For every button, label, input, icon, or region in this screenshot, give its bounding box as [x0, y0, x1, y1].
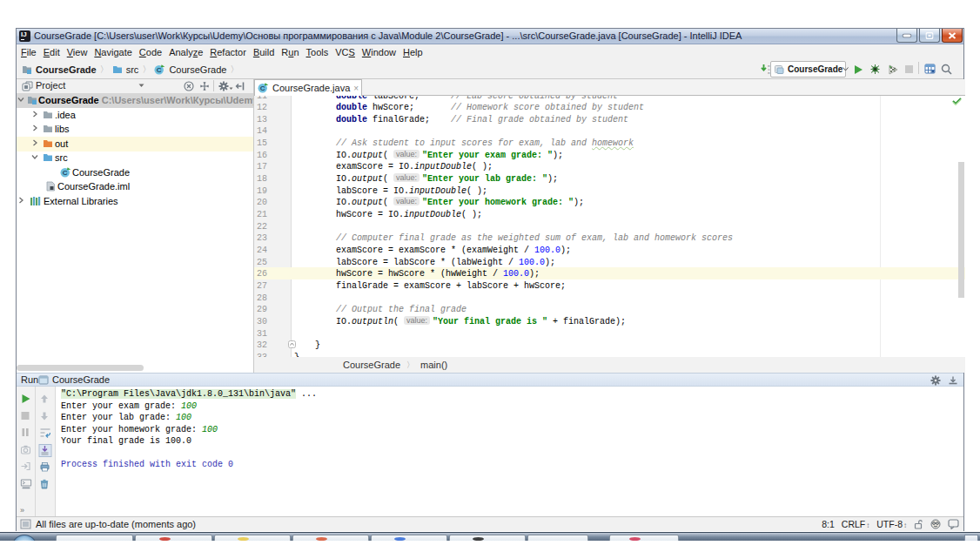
- exit-icon[interactable]: [20, 461, 31, 473]
- show-desktop-button[interactable]: [964, 535, 978, 541]
- menu-run[interactable]: Run: [278, 45, 302, 59]
- menu-code[interactable]: Code: [136, 45, 165, 59]
- minimize-button[interactable]: [896, 29, 917, 43]
- taskbar-button-3[interactable]: [292, 535, 369, 541]
- menu-help[interactable]: Help: [399, 45, 426, 59]
- breadcrumb-separator-icon: 〉: [100, 64, 109, 76]
- thread-dump-icon[interactable]: [20, 445, 31, 456]
- console-line-3: Enter your homework grade: 100: [61, 425, 218, 434]
- code-line-12: 12 double hwScore; // Homework score obt…: [254, 101, 965, 113]
- taskbar-button-7[interactable]: [609, 535, 679, 541]
- menu-analyze[interactable]: Analyze: [165, 45, 206, 59]
- tree-item-external-libraries[interactable]: External Libraries: [17, 194, 253, 209]
- pause-output-icon[interactable]: [20, 427, 31, 439]
- project-horizontal-scrollbar[interactable]: [17, 365, 144, 371]
- editor-scrollbar[interactable]: [958, 162, 964, 298]
- console-output[interactable]: "C:\Program Files\Java\jdk1.8.0_131\bin\…: [57, 387, 963, 516]
- menu-vcs[interactable]: VCS: [332, 45, 359, 59]
- folder-icon: [43, 124, 53, 133]
- toolwindow-toggle-icon[interactable]: [20, 519, 31, 529]
- print-icon[interactable]: [40, 461, 51, 473]
- tree-item-libs[interactable]: libs: [17, 122, 253, 137]
- taskbar-button-5[interactable]: [449, 535, 526, 541]
- windows-taskbar[interactable]: [0, 532, 980, 541]
- chevron-down-icon[interactable]: [31, 153, 38, 160]
- tab-close-icon[interactable]: ×: [353, 84, 359, 93]
- hide-panel-down-icon[interactable]: [948, 375, 958, 386]
- run-configuration-select[interactable]: CourseGrade: [770, 61, 846, 77]
- close-button[interactable]: [942, 29, 963, 43]
- chevron-right-icon[interactable]: [17, 197, 24, 204]
- soft-wrap-icon[interactable]: [40, 427, 51, 439]
- maximize-button[interactable]: [919, 29, 940, 43]
- tree-item-out[interactable]: out: [17, 137, 253, 151]
- chevron-right-icon[interactable]: [31, 125, 38, 131]
- menu-tools[interactable]: Tools: [303, 45, 332, 59]
- event-log-icon[interactable]: [948, 519, 959, 529]
- menu-navigate[interactable]: Navigate: [91, 45, 135, 59]
- more-actions-button[interactable]: »: [20, 506, 23, 515]
- settings-gear-icon[interactable]: [930, 375, 941, 386]
- run-icon[interactable]: [853, 64, 863, 75]
- scroll-to-end-icon[interactable]: [40, 445, 51, 456]
- run-tab-coursegrade[interactable]: CourseGrade: [38, 374, 110, 385]
- line-number: 24: [257, 246, 278, 255]
- menu-edit[interactable]: Edit: [40, 45, 64, 59]
- code-editor[interactable]: 11 double labScore; // Lab score obtaine…: [254, 96, 965, 357]
- menu-window[interactable]: Window: [359, 45, 399, 59]
- collapse-all-icon[interactable]: [184, 81, 194, 91]
- up-stack-icon[interactable]: [40, 394, 51, 405]
- encoding-selector[interactable]: UTF-8↕: [876, 519, 907, 529]
- down-stack-icon[interactable]: [40, 411, 51, 422]
- tree-item-coursegrade[interactable]: CourseGrade C:\Users\user\Work\Курсы\Ude…: [17, 93, 253, 108]
- title-bar[interactable]: IJ CourseGrade [C:\Users\user\Work\Курсы…: [17, 29, 963, 44]
- line-number: 31: [257, 329, 278, 339]
- search-everywhere-icon[interactable]: [941, 64, 952, 75]
- line-ending-selector[interactable]: CRLF↕: [842, 519, 869, 529]
- editor-area: C CourseGrade.java × 11 double labScore;…: [254, 79, 965, 373]
- caret-position[interactable]: 8:1: [822, 519, 835, 529]
- code-text: IO.output( value:"Enter your exam grade:…: [294, 151, 563, 160]
- debug-icon[interactable]: [869, 64, 881, 74]
- tree-item-coursegrade-iml[interactable]: CourseGrade.iml: [17, 179, 253, 194]
- unlock-icon[interactable]: [914, 519, 923, 529]
- editor-breadcrumb-1[interactable]: main(): [420, 360, 447, 371]
- nav-crumb-1[interactable]: src: [126, 64, 139, 75]
- tree-item-label: CourseGrade C:\Users\user\Work\Курсы\Ude…: [38, 95, 253, 105]
- hector-inspection-icon[interactable]: [930, 519, 941, 529]
- menu-build[interactable]: Build: [250, 45, 278, 59]
- project-tool-window: Project CourseGrade C:\Users\user\Work\К…: [17, 79, 253, 373]
- inspection-ok-icon[interactable]: [952, 98, 962, 105]
- tree-item-coursegrade[interactable]: CCourseGrade: [17, 165, 253, 180]
- nav-crumb-2[interactable]: CourseGrade: [169, 64, 226, 75]
- scroll-from-source-icon[interactable]: [199, 81, 210, 91]
- nav-crumb-0[interactable]: CourseGrade: [36, 64, 97, 75]
- taskbar-button-0[interactable]: [56, 535, 133, 541]
- rerun-icon[interactable]: [20, 394, 31, 405]
- chevron-right-icon[interactable]: [31, 139, 38, 146]
- find-structure-icon[interactable]: [924, 64, 936, 74]
- taskbar-button-4[interactable]: [371, 535, 447, 541]
- taskbar-button-2[interactable]: [214, 535, 291, 541]
- tree-item-src[interactable]: src: [17, 151, 253, 165]
- run-panel-header[interactable]: Run CourseGrade: [17, 373, 963, 387]
- start-button[interactable]: [12, 535, 37, 541]
- taskbar-button-6[interactable]: [527, 535, 588, 541]
- settings-gear-icon[interactable]: [218, 81, 229, 91]
- coverage-icon[interactable]: [888, 64, 898, 75]
- stop-icon[interactable]: [20, 411, 31, 422]
- chevron-right-icon[interactable]: [31, 111, 38, 118]
- project-panel-header[interactable]: Project: [17, 79, 253, 93]
- project-view-dropdown-icon[interactable]: [138, 84, 144, 88]
- hide-panel-icon[interactable]: [235, 81, 245, 91]
- clear-all-icon[interactable]: [40, 479, 51, 490]
- tree-item--idea[interactable]: .idea: [17, 108, 253, 123]
- menu-file[interactable]: File: [17, 45, 40, 59]
- chevron-down-icon[interactable]: [17, 96, 24, 103]
- taskbar-button-1[interactable]: [135, 535, 212, 541]
- tab-coursegrade-java[interactable]: C CourseGrade.java ×: [254, 79, 362, 96]
- menu-refactor[interactable]: Refactor: [206, 45, 250, 59]
- menu-view[interactable]: View: [64, 45, 91, 59]
- editor-breadcrumb-0[interactable]: CourseGrade: [343, 360, 400, 371]
- console-settings-icon[interactable]: [20, 479, 31, 490]
